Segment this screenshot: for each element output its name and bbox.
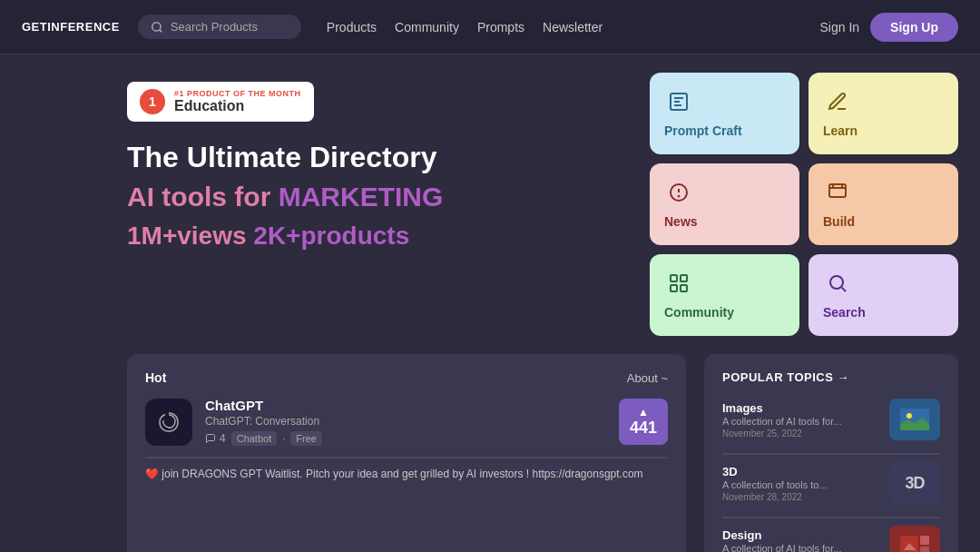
promptcraft-label: Prompt Craft [664, 123, 742, 138]
chatbot-tag: Chatbot [231, 431, 278, 446]
svg-line-12 [842, 288, 846, 291]
svg-point-0 [152, 22, 161, 30]
svg-line-1 [160, 29, 162, 32]
svg-point-11 [830, 276, 843, 289]
community-label: Community [664, 305, 734, 320]
card-build[interactable]: Build [808, 163, 958, 245]
badge-top-text: #1 PRODUCT OF THE MONTH [174, 89, 301, 98]
hero-left: 1 #1 PRODUCT OF THE MONTH Education The … [127, 82, 613, 336]
card-learn[interactable]: Learn [808, 73, 958, 154]
topic-3d-thumb: 3D [889, 462, 940, 504]
comment-tag: 4 [205, 432, 226, 445]
sign-in-button[interactable]: Sign In [820, 20, 860, 34]
category-grid: Prompt Craft Learn News [650, 73, 958, 336]
svg-rect-7 [671, 275, 677, 281]
nav-products[interactable]: Products [319, 16, 384, 38]
topic-images-info: Images A collection of AI tools for... N… [722, 401, 878, 439]
topic-3d-date: November 28, 2022 [722, 492, 878, 502]
vote-arrow-icon: ▲ [638, 406, 649, 419]
community-icon [664, 269, 693, 298]
hot-label: Hot [145, 370, 166, 385]
divider-2 [722, 517, 940, 518]
topic-images-date: November 25, 2022 [722, 429, 878, 439]
product-name: ChatGPT [205, 398, 606, 413]
search-input[interactable] [171, 20, 289, 34]
product-info: ChatGPT ChatGPT: Conversation 4 Chatbot … [205, 398, 606, 446]
nav-newsletter[interactable]: Newsletter [535, 16, 610, 38]
svg-rect-10 [681, 285, 687, 291]
navbar: GETINFERENCE Products Community Prompts … [0, 0, 980, 54]
card-search[interactable]: Search [808, 254, 958, 336]
hot-card: Hot About ~ ChatGPT ChatGPT: Conversatio… [127, 354, 686, 552]
hero-stats: 1M+views 2K+products [127, 222, 613, 251]
vote-button[interactable]: ▲ 441 [619, 399, 668, 445]
build-label: Build [823, 214, 855, 229]
navbar-right: Sign In Sign Up [820, 13, 958, 42]
hero-stats-views: 1M+views [127, 222, 247, 250]
topic-design[interactable]: Design A collection of AI tools for... N… [722, 526, 940, 552]
topic-3d-info: 3D A collection of tools to... November … [722, 465, 878, 502]
topic-images-thumb [889, 399, 940, 440]
svg-rect-8 [681, 275, 687, 281]
topic-images-name: Images [722, 401, 878, 415]
hero-subtitle-highlight: MARKETING [279, 182, 444, 212]
sign-up-button[interactable]: Sign Up [870, 13, 958, 42]
nav-links: Products Community Prompts Newsletter [319, 16, 610, 38]
vote-count: 441 [630, 419, 657, 438]
card-community[interactable]: Community [650, 254, 799, 336]
svg-point-5 [679, 196, 680, 197]
badge-category: Education [174, 98, 301, 114]
product-tags: 4 Chatbot · Free [205, 431, 606, 446]
svg-rect-20 [920, 547, 929, 552]
popular-topics-card: POPULAR TOPICS → Images A collection of … [704, 354, 958, 552]
popular-topics-header: POPULAR TOPICS → [722, 370, 940, 384]
topic-images[interactable]: Images A collection of AI tools for... N… [722, 399, 940, 440]
topic-design-desc: A collection of AI tools for... [722, 543, 878, 553]
nav-prompts[interactable]: Prompts [470, 16, 532, 38]
news-icon [664, 178, 693, 207]
hero-subtitle-prefix: AI tools for [127, 182, 270, 212]
search-card-label: Search [823, 305, 866, 320]
search-card-icon [823, 269, 852, 298]
hero-title: The Ultimate Directory [127, 140, 613, 174]
topic-3d[interactable]: 3D A collection of tools to... November … [722, 462, 940, 504]
card-news[interactable]: News [650, 163, 799, 245]
svg-rect-9 [671, 285, 677, 291]
about-button[interactable]: About ~ [627, 371, 668, 385]
topic-3d-desc: A collection of tools to... [722, 479, 878, 490]
product-description: ❤️ join DRAGONS GPT Waitlist. Pitch your… [145, 466, 668, 482]
svg-point-16 [906, 413, 912, 419]
hero-subtitle: AI tools for MARKETING [127, 182, 613, 212]
learn-icon [823, 87, 852, 116]
topic-images-desc: A collection of AI tools for... [722, 416, 878, 427]
svg-rect-6 [829, 184, 846, 197]
card-promptcraft[interactable]: Prompt Craft [650, 73, 799, 154]
learn-label: Learn [823, 123, 858, 138]
product-row: ChatGPT ChatGPT: Conversation 4 Chatbot … [145, 398, 668, 446]
popular-topics-title: POPULAR TOPICS → [722, 370, 849, 384]
hero-stats-products: 2K+products [253, 222, 409, 250]
topic-design-info: Design A collection of AI tools for... N… [722, 528, 878, 553]
hero-section: 1 #1 PRODUCT OF THE MONTH Education The … [0, 82, 980, 336]
nav-community[interactable]: Community [387, 16, 466, 38]
promptcraft-icon [664, 87, 693, 116]
badge-number: 1 [140, 89, 165, 114]
topic-design-name: Design [722, 528, 878, 542]
product-desc: ChatGPT: Conversation [205, 415, 606, 428]
svg-rect-19 [920, 536, 929, 545]
divider-1 [722, 453, 940, 455]
search-icon [151, 21, 163, 34]
logo: GETINFERENCE [22, 20, 120, 34]
topic-3d-name: 3D [722, 465, 878, 478]
product-logo [145, 399, 192, 446]
bottom-section: Hot About ~ ChatGPT ChatGPT: Conversatio… [0, 336, 980, 552]
build-icon [823, 178, 852, 207]
search-bar[interactable] [138, 15, 301, 39]
free-tag: Free [290, 431, 322, 446]
divider [145, 457, 668, 458]
hot-header: Hot About ~ [145, 370, 668, 385]
badge-product-of-month: 1 #1 PRODUCT OF THE MONTH Education [127, 82, 314, 122]
news-label: News [664, 214, 698, 229]
topic-design-thumb [889, 526, 940, 552]
